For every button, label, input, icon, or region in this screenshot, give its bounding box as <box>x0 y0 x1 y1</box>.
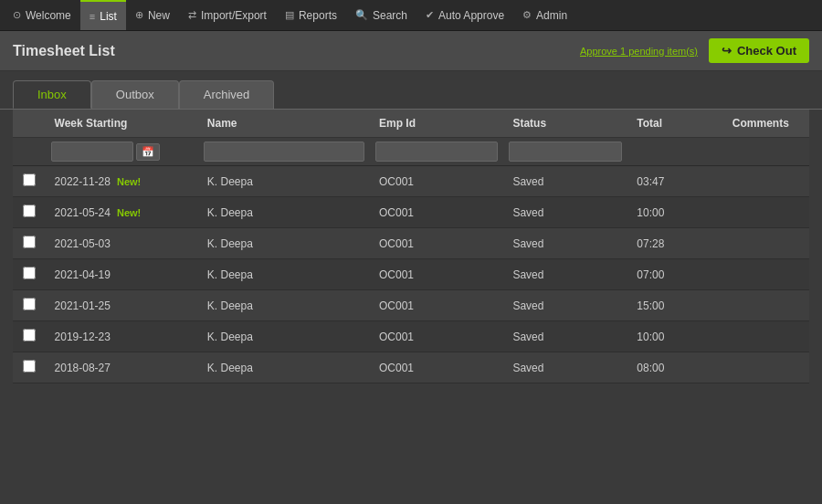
row-checkbox[interactable] <box>23 236 36 248</box>
nav-import-export[interactable]: ⇄ Import/Export <box>179 0 276 30</box>
col-empid-header: Emp Id <box>370 110 503 138</box>
row-name: K. Deepa <box>198 197 370 228</box>
tab-outbox-label: Outbox <box>116 88 154 101</box>
table-filter-row: 📅 <box>13 138 809 166</box>
col-week-header: Week Starting <box>46 110 198 138</box>
nav-import-export-label: Import/Export <box>201 9 267 22</box>
col-status-header: Status <box>503 110 627 138</box>
filter-comments-cell <box>723 138 809 166</box>
filter-status-input[interactable] <box>509 142 622 162</box>
row-total: 08:00 <box>627 352 723 383</box>
row-comments <box>723 290 809 321</box>
row-total: 10:00 <box>627 197 723 228</box>
nav-welcome[interactable]: ⊙ Welcome <box>4 0 80 30</box>
top-navigation: ⊙ Welcome ≡ List ⊕ New ⇄ Import/Export ▤… <box>0 0 822 31</box>
row-total: 03:47 <box>627 166 723 197</box>
row-checkbox[interactable] <box>23 329 36 341</box>
tab-inbox[interactable]: Inbox <box>13 80 91 109</box>
checkout-arrow-icon: ↪ <box>722 44 732 58</box>
row-status: Saved <box>503 197 627 228</box>
row-week-starting: 2021-01-25 <box>46 290 198 321</box>
filter-name-input[interactable] <box>204 142 364 162</box>
row-comments <box>723 259 809 290</box>
row-name: K. Deepa <box>198 352 370 383</box>
row-checkbox[interactable] <box>23 267 36 279</box>
col-name-header: Name <box>198 110 370 138</box>
row-status: Saved <box>503 166 627 197</box>
filter-select-cell <box>13 138 46 166</box>
table-row: 2021-05-24 New!K. DeepaOC001Saved10:00 <box>13 197 809 228</box>
col-total-header: Total <box>627 110 723 138</box>
calendar-button[interactable]: 📅 <box>136 143 160 161</box>
row-name: K. Deepa <box>198 259 370 290</box>
row-emp-id: OC001 <box>370 352 503 383</box>
filter-total-cell <box>627 138 723 166</box>
tab-inbox-label: Inbox <box>37 88 67 101</box>
row-checkbox[interactable] <box>23 298 36 310</box>
row-status: Saved <box>503 228 627 259</box>
page-title: Timesheet List <box>13 43 580 59</box>
row-comments <box>723 197 809 228</box>
table-area: Week Starting Name Emp Id Status Total C… <box>0 109 822 396</box>
row-checkbox-cell <box>13 166 46 197</box>
row-week-starting: 2021-05-03 <box>46 228 198 259</box>
table-body: 2022-11-28 New!K. DeepaOC001Saved03:4720… <box>13 166 809 383</box>
row-week-starting: 2022-11-28 New! <box>46 166 198 197</box>
tab-archived[interactable]: Archived <box>179 80 275 109</box>
row-emp-id: OC001 <box>370 166 503 197</box>
table-row: 2021-04-19K. DeepaOC001Saved07:00 <box>13 259 809 290</box>
row-checkbox-cell <box>13 352 46 383</box>
row-week-starting: 2018-08-27 <box>46 352 198 383</box>
row-status: Saved <box>503 352 627 383</box>
new-badge: New! <box>114 176 141 187</box>
row-status: Saved <box>503 290 627 321</box>
row-emp-id: OC001 <box>370 259 503 290</box>
row-checkbox[interactable] <box>23 173 36 186</box>
nav-new[interactable]: ⊕ New <box>126 0 179 30</box>
row-checkbox-cell <box>13 321 46 352</box>
row-total: 15:00 <box>627 290 723 321</box>
row-checkbox-cell <box>13 290 46 321</box>
row-name: K. Deepa <box>198 228 370 259</box>
row-total: 07:28 <box>627 228 723 259</box>
table-row: 2018-08-27K. DeepaOC001Saved08:00 <box>13 352 809 383</box>
filter-empid-cell <box>370 138 503 166</box>
row-status: Saved <box>503 259 627 290</box>
nav-admin[interactable]: ⚙ Admin <box>513 0 576 30</box>
search-icon: 🔍 <box>355 9 368 21</box>
row-emp-id: OC001 <box>370 197 503 228</box>
nav-search-label: Search <box>373 9 407 22</box>
row-checkbox-cell <box>13 228 46 259</box>
nav-reports[interactable]: ▤ Reports <box>276 0 346 30</box>
checkout-button[interactable]: ↪ Check Out <box>709 38 809 63</box>
approve-link[interactable]: Approve 1 pending item(s) <box>580 46 698 57</box>
row-checkbox[interactable] <box>23 360 36 373</box>
tab-outbox[interactable]: Outbox <box>91 80 179 109</box>
row-name: K. Deepa <box>198 166 370 197</box>
list-icon: ≡ <box>90 11 95 22</box>
row-emp-id: OC001 <box>370 290 503 321</box>
timesheet-table: Week Starting Name Emp Id Status Total C… <box>13 110 809 383</box>
row-emp-id: OC001 <box>370 228 503 259</box>
filter-name-cell <box>198 138 370 166</box>
nav-list-label: List <box>100 10 117 23</box>
nav-list[interactable]: ≡ List <box>80 0 126 30</box>
row-comments <box>723 228 809 259</box>
filter-week-input[interactable] <box>51 142 133 162</box>
welcome-icon: ⊙ <box>13 9 21 21</box>
row-week-starting: 2021-05-24 New! <box>46 197 198 228</box>
new-badge: New! <box>114 207 141 218</box>
filter-empid-input[interactable] <box>375 142 498 162</box>
row-name: K. Deepa <box>198 290 370 321</box>
tab-archived-label: Archived <box>204 88 250 101</box>
table-row: 2021-01-25K. DeepaOC001Saved15:00 <box>13 290 809 321</box>
table-row: 2021-05-03K. DeepaOC001Saved07:28 <box>13 228 809 259</box>
row-checkbox-cell <box>13 197 46 228</box>
row-checkbox[interactable] <box>23 205 36 217</box>
row-week-starting: 2019-12-23 <box>46 321 198 352</box>
nav-new-label: New <box>148 9 170 22</box>
nav-auto-approve[interactable]: ✔ Auto Approve <box>416 0 513 30</box>
nav-search[interactable]: 🔍 Search <box>346 0 416 30</box>
row-comments <box>723 321 809 352</box>
col-select-header <box>13 110 46 138</box>
